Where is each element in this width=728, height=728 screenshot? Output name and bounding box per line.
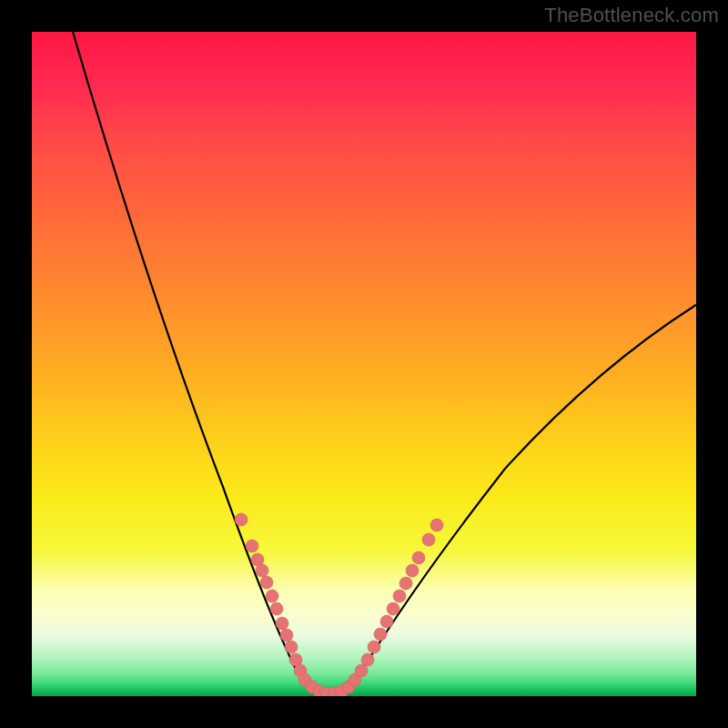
dot xyxy=(270,602,283,615)
dot xyxy=(235,513,248,526)
highlight-dots-group xyxy=(235,513,443,696)
dot xyxy=(368,641,380,653)
dot xyxy=(387,602,399,615)
dot xyxy=(266,590,278,602)
dot xyxy=(246,540,258,552)
dot xyxy=(256,564,268,577)
dot xyxy=(406,564,419,577)
dot xyxy=(380,615,393,628)
dot xyxy=(412,551,425,564)
dot xyxy=(355,664,368,677)
dot xyxy=(399,577,412,590)
watermark-text: TheBottleneck.com xyxy=(544,4,719,27)
dot xyxy=(260,576,273,589)
chart-container: TheBottleneck.com xyxy=(0,0,728,728)
dot xyxy=(422,533,435,546)
dot xyxy=(430,519,443,531)
dot xyxy=(361,653,374,666)
dot xyxy=(393,590,406,602)
dot xyxy=(285,641,298,653)
curve-layer xyxy=(32,32,696,696)
left-curve xyxy=(73,32,328,694)
dot xyxy=(280,629,293,642)
dot xyxy=(374,628,387,641)
dot xyxy=(276,617,288,630)
plot-area xyxy=(32,32,696,696)
